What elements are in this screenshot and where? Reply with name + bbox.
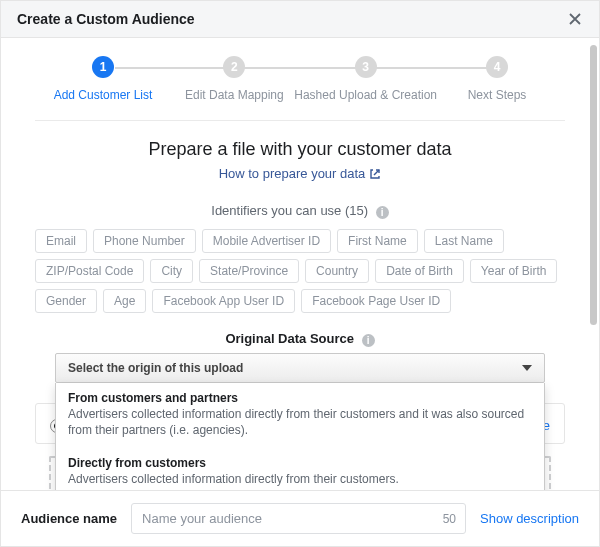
- step-label: Next Steps: [468, 88, 527, 102]
- step-number: 1: [92, 56, 114, 78]
- chip-first-name[interactable]: First Name: [337, 229, 418, 253]
- step-add-customer-list[interactable]: 1 Add Customer List: [43, 56, 163, 102]
- create-custom-audience-modal: Create a Custom Audience 1 Add Customer …: [0, 0, 600, 547]
- chip-age[interactable]: Age: [103, 289, 146, 313]
- data-source-select-button[interactable]: Select the origin of this upload: [55, 353, 545, 383]
- chip-country[interactable]: Country: [305, 259, 369, 283]
- data-source-placeholder: Select the origin of this upload: [68, 361, 243, 375]
- chip-state[interactable]: State/Province: [199, 259, 299, 283]
- info-icon[interactable]: i: [376, 206, 389, 219]
- chip-email[interactable]: Email: [35, 229, 87, 253]
- modal-header: Create a Custom Audience: [1, 1, 599, 38]
- step-number: 3: [355, 56, 377, 78]
- modal-title: Create a Custom Audience: [17, 11, 195, 27]
- chip-dob[interactable]: Date of Birth: [375, 259, 464, 283]
- chip-last-name[interactable]: Last Name: [424, 229, 504, 253]
- audience-name-label: Audience name: [21, 511, 117, 526]
- scrollbar[interactable]: [590, 45, 597, 325]
- option-customers-and-partners[interactable]: From customers and partners Advertisers …: [56, 383, 544, 448]
- option-title: From customers and partners: [68, 391, 532, 405]
- audience-name-input[interactable]: [131, 503, 466, 534]
- chip-app-user-id[interactable]: Facebook App User ID: [152, 289, 295, 313]
- close-icon[interactable]: [567, 11, 583, 27]
- chip-gender[interactable]: Gender: [35, 289, 97, 313]
- identifier-chips: Email Phone Number Mobile Advertiser ID …: [35, 229, 565, 313]
- option-title: Directly from customers: [68, 456, 532, 470]
- show-description-link[interactable]: Show description: [480, 511, 579, 526]
- char-limit: 50: [443, 512, 456, 526]
- prepare-data-link-wrap: How to prepare your data: [35, 166, 565, 183]
- data-source-dropdown: Select the origin of this upload From cu…: [27, 353, 573, 383]
- option-desc: Advertisers collected information direct…: [68, 471, 532, 487]
- step-next-steps[interactable]: 4 Next Steps: [437, 56, 557, 102]
- chip-city[interactable]: City: [150, 259, 193, 283]
- chevron-down-icon: [522, 365, 532, 371]
- data-source-options-panel: From customers and partners Advertisers …: [55, 383, 545, 490]
- audience-name-field-wrap: 50: [131, 503, 466, 534]
- original-data-source-heading: Original Data Source i: [35, 331, 565, 347]
- modal-body: 1 Add Customer List 2 Edit Data Mapping …: [1, 38, 599, 490]
- step-label: Edit Data Mapping: [185, 88, 284, 102]
- identifiers-heading: Identifiers you can use (15) i: [35, 203, 565, 219]
- step-label: Hashed Upload & Creation: [294, 88, 437, 102]
- chip-yob[interactable]: Year of Birth: [470, 259, 558, 283]
- info-icon[interactable]: i: [362, 334, 375, 347]
- chip-phone[interactable]: Phone Number: [93, 229, 196, 253]
- option-desc: Advertisers collected information direct…: [68, 406, 532, 438]
- step-hashed-upload[interactable]: 3 Hashed Upload & Creation: [306, 56, 426, 102]
- step-number: 4: [486, 56, 508, 78]
- option-directly-from-customers[interactable]: Directly from customers Advertisers coll…: [56, 448, 544, 490]
- chip-page-user-id[interactable]: Facebook Page User ID: [301, 289, 451, 313]
- step-edit-data-mapping[interactable]: 2 Edit Data Mapping: [174, 56, 294, 102]
- chip-zip[interactable]: ZIP/Postal Code: [35, 259, 144, 283]
- step-label: Add Customer List: [54, 88, 153, 102]
- stepper: 1 Add Customer List 2 Edit Data Mapping …: [35, 56, 565, 121]
- step-number: 2: [223, 56, 245, 78]
- modal-footer: Audience name 50 Show description: [1, 490, 599, 546]
- chip-maid[interactable]: Mobile Advertiser ID: [202, 229, 331, 253]
- prepare-data-link[interactable]: How to prepare your data: [219, 166, 382, 181]
- page-title: Prepare a file with your customer data: [35, 139, 565, 160]
- external-link-icon: [369, 168, 381, 183]
